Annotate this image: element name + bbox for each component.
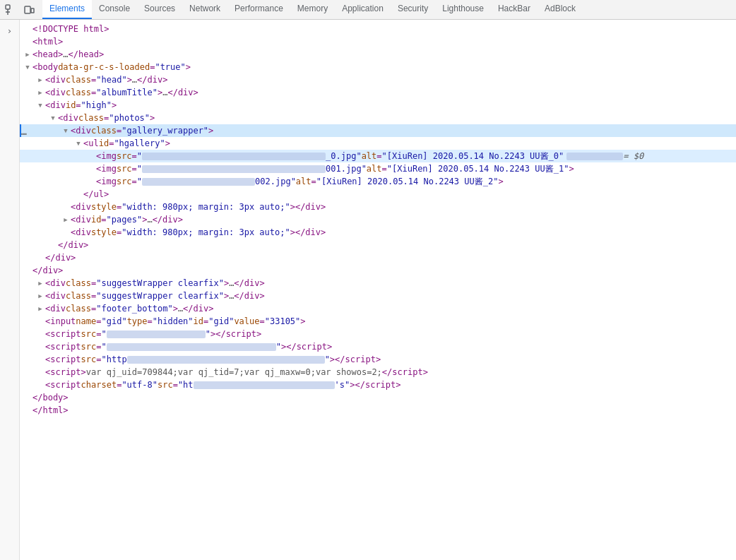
- tab-sources[interactable]: Sources: [137, 0, 182, 19]
- dom-line-script-5[interactable]: <script charset="utf-8" src="ht's" ></sc…: [20, 379, 736, 391]
- div-photos-toggle[interactable]: ▼: [48, 113, 58, 123]
- ul-hgallery-toggle[interactable]: ▼: [73, 138, 83, 148]
- div-head-toggle[interactable]: ▶: [35, 75, 45, 85]
- left-gutter: ›: [0, 20, 20, 560]
- dom-line-img-1[interactable]: <img src="001.jpg" alt="[XiuRen] 2020.05…: [20, 162, 736, 175]
- dom-line-html[interactable]: <html>: [20, 35, 736, 48]
- dom-line-div-close-photos[interactable]: </div>: [20, 239, 736, 251]
- dom-line-ul-close[interactable]: </ul>: [20, 188, 736, 201]
- dom-line-input-gid[interactable]: <input name="gid" type="hidden" id="gid"…: [20, 315, 736, 328]
- svg-rect-0: [6, 5, 10, 9]
- img-src-blur-0: [142, 153, 326, 160]
- dom-line-head[interactable]: ▶ <head>…</head>: [20, 48, 736, 61]
- div-albumtitle-toggle[interactable]: ▶: [35, 88, 45, 97]
- img-extra-blur-0: [566, 153, 623, 160]
- div-high-toggle[interactable]: ▼: [35, 100, 45, 110]
- dom-line-div-suggest-1[interactable]: ▶ <div class="suggestWrapper clearfix" >…: [20, 277, 736, 290]
- dom-line-div-close-high[interactable]: </div>: [20, 264, 736, 277]
- dom-line-img-0[interactable]: <img src="_0.jpg" alt="[XiuRen] 2020.05.…: [20, 150, 736, 162]
- tab-security[interactable]: Security: [391, 0, 435, 19]
- dom-tree-panel[interactable]: <!DOCTYPE html> <html> ▶ <head>…</head> …: [20, 20, 736, 560]
- tab-lighthouse[interactable]: Lighthouse: [435, 0, 491, 19]
- dom-line-div-head[interactable]: ▶ <div class="head" >…</div>: [20, 73, 736, 86]
- dom-line-div-photos[interactable]: ▼ <div class="photos" >: [20, 112, 736, 124]
- dom-line-doctype[interactable]: <!DOCTYPE html>: [20, 23, 736, 35]
- tab-memory[interactable]: Memory: [290, 0, 335, 19]
- dom-line-html-close[interactable]: </html>: [20, 404, 736, 417]
- svg-rect-3: [25, 6, 30, 13]
- dom-line-img-2[interactable]: <img src="002.jpg" alt="[XiuRen] 2020.05…: [20, 175, 736, 188]
- dom-line-div-style-980-2[interactable]: <div style="width: 980px; margin: 3px au…: [20, 226, 736, 239]
- dom-line-div-suggest-2[interactable]: ▶ <div class="suggestWrapper clearfix" >…: [20, 290, 736, 302]
- dom-line-div-style-980[interactable]: <div style="width: 980px; margin: 3px au…: [20, 201, 736, 213]
- div-footer-bottom-toggle[interactable]: ▶: [35, 304, 45, 314]
- dom-line-ul-hgallery[interactable]: ▼ <ul id="hgallery" >: [20, 137, 736, 150]
- dom-line-div-footer-bottom[interactable]: ▶ <div class="footer_bottom" >…</div>: [20, 302, 736, 315]
- dollar-zero-label: = $0: [623, 150, 643, 162]
- device-toggle-button[interactable]: [21, 2, 37, 18]
- dom-line-div-albumtitle[interactable]: ▶ <div class="albumTitle" >…</div>: [20, 86, 736, 99]
- dom-line-div-high[interactable]: ▼ <div id="high" >: [20, 99, 736, 112]
- script-src-blur-2: [107, 343, 276, 351]
- body-toggle[interactable]: ▼: [23, 62, 32, 72]
- tab-network[interactable]: Network: [182, 0, 227, 19]
- dom-line-body[interactable]: ▼ <body data-gr-c-s-loaded="true" >: [20, 61, 736, 73]
- tab-performance[interactable]: Performance: [227, 0, 290, 19]
- devtools-toolbar: Elements Console Sources Network Perform…: [0, 0, 736, 20]
- script-src-blur-3: [127, 356, 325, 364]
- img-src-blur-2: [142, 178, 255, 186]
- div-gallery-wrapper-toggle[interactable]: ▼: [61, 126, 71, 136]
- dom-line-script-3[interactable]: <script src="http" ></script>: [20, 353, 736, 366]
- dom-line-script-2[interactable]: <script src="" ></script>: [20, 340, 736, 353]
- head-tag: <head>: [32, 48, 63, 61]
- tab-adblock[interactable]: AdBlock: [538, 0, 583, 19]
- dom-line-script-1[interactable]: <script src="" ></script>: [20, 328, 736, 340]
- devtools-tabs: Elements Console Sources Network Perform…: [42, 0, 583, 19]
- head-toggle[interactable]: ▶: [23, 49, 32, 59]
- html-tag: <html>: [32, 35, 63, 48]
- dom-line-div-close-high-inner[interactable]: </div>: [20, 251, 736, 264]
- div-pages-toggle[interactable]: ▶: [61, 215, 71, 225]
- toolbar-icons: [3, 2, 37, 18]
- tab-application[interactable]: Application: [335, 0, 391, 19]
- inspect-element-button[interactable]: [3, 2, 18, 18]
- dom-line-script-qj[interactable]: <script> var qj_uid=709844;var qj_tid=7;…: [20, 366, 736, 379]
- dom-line-div-pages[interactable]: ▶ <div id="pages" >…</div>: [20, 213, 736, 226]
- tab-hackbar[interactable]: HackBar: [491, 0, 538, 19]
- dom-line-div-gallery-wrapper[interactable]: … ▼ <div class="gallery_wrapper" >: [20, 124, 736, 137]
- div-suggest-2-toggle[interactable]: ▶: [35, 291, 45, 301]
- tab-console[interactable]: Console: [92, 0, 137, 19]
- gutter-arrow-icon[interactable]: ›: [2, 23, 18, 38]
- tab-elements[interactable]: Elements: [42, 0, 92, 19]
- script-src-blur-5: [194, 381, 335, 389]
- img-src-blur-1: [142, 165, 326, 173]
- svg-rect-4: [31, 8, 34, 13]
- script-src-blur-1: [107, 330, 206, 338]
- div-suggest-1-toggle[interactable]: ▶: [35, 278, 45, 288]
- devtools-main: › <!DOCTYPE html> <html> ▶ <head>…</head…: [0, 20, 736, 560]
- dom-line-body-close[interactable]: </body>: [20, 391, 736, 404]
- doctype-text: <!DOCTYPE html>: [32, 23, 109, 35]
